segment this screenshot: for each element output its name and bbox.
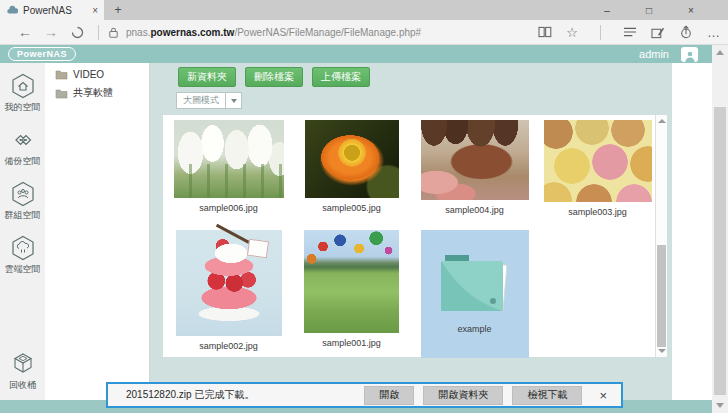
file-item[interactable]: sample005.jpg	[290, 120, 413, 217]
file-name: sample002.jpg	[199, 341, 258, 351]
url-prefix: pnas.	[126, 27, 150, 38]
folder-tile: example	[421, 230, 529, 358]
file-item[interactable]: sample002.jpg	[167, 230, 290, 358]
browser-toolbar: ← → pnas.powernas.com.tw/PowerNAS/FileMa…	[0, 20, 728, 45]
powernas-logo: PowerNAS	[8, 47, 76, 61]
download-bar: 201512820.zip 已完成下載。 開啟 開啟資料夾 檢視下載 ×	[106, 382, 623, 408]
file-manager-content: 新資料夾 刪除檔案 上傳檔案 大圖模式 sample006.jpg sample…	[150, 63, 672, 400]
file-name: sample005.jpg	[322, 203, 381, 213]
scroll-down-icon[interactable]	[658, 349, 666, 353]
reading-view-icon[interactable]	[538, 26, 552, 38]
sidebar-label: 群組空間	[5, 209, 41, 222]
refresh-icon[interactable]	[64, 26, 90, 39]
app-header: PowerNAS admin	[0, 45, 712, 63]
download-filename: 201512820.zip	[126, 389, 192, 400]
forward-icon[interactable]: →	[38, 24, 64, 40]
file-item[interactable]: sample006.jpg	[167, 120, 290, 217]
file-thumbnail	[421, 120, 529, 200]
web-note-icon[interactable]	[651, 26, 665, 39]
sidebar-label: 回收桶	[9, 379, 36, 392]
more-icon[interactable]: …	[707, 25, 720, 40]
file-name: sample004.jpg	[445, 205, 504, 215]
file-thumbnail	[305, 120, 399, 198]
page-scroll-up-icon[interactable]	[716, 50, 724, 55]
page-gap	[672, 63, 712, 400]
file-thumbnail	[174, 120, 284, 198]
share-icon[interactable]	[679, 25, 693, 39]
cloud-favicon-icon	[6, 5, 18, 15]
view-mode-value: 大圖模式	[177, 94, 225, 107]
page-scroll-down-icon[interactable]	[716, 403, 724, 408]
sidebar-item-group-space[interactable]: 群組空間	[5, 181, 41, 222]
minimize-button[interactable]: –	[586, 0, 628, 20]
tab-close-icon[interactable]: ×	[92, 5, 98, 16]
folder-icon	[55, 69, 68, 80]
sidebar-item-cloud-space[interactable]: 雲端空間	[5, 235, 41, 276]
sidebar-item-backup-space[interactable]: 備份空間	[5, 127, 41, 168]
cloud-hexagon-icon	[10, 235, 36, 261]
view-mode-select[interactable]: 大圖模式	[176, 92, 242, 109]
maximize-button[interactable]: □	[628, 0, 670, 20]
lock-icon[interactable]	[107, 26, 120, 39]
download-message: 201512820.zip 已完成下載。	[126, 388, 254, 402]
sidebar-item-recycle-bin[interactable]: 回收桶	[9, 351, 36, 392]
file-item[interactable]: sample001.jpg	[290, 230, 413, 358]
open-folder-button[interactable]: 開啟資料夾	[423, 386, 503, 405]
content-scrollbar[interactable]	[655, 115, 667, 357]
tab-title: PowerNAS	[23, 5, 87, 16]
window-controls: – □ ×	[586, 0, 728, 20]
file-item[interactable]: sample004.jpg	[413, 120, 536, 217]
tab-bar: PowerNAS × + – □ ×	[0, 0, 728, 20]
new-tab-button[interactable]: +	[104, 0, 132, 20]
folder-icon	[55, 88, 68, 99]
delete-file-button[interactable]: 刪除檔案	[245, 67, 303, 87]
view-downloads-button[interactable]: 檢視下載	[512, 386, 582, 405]
favorites-star-icon[interactable]: ☆	[566, 25, 578, 40]
file-grid: sample006.jpg sample005.jpg sample004.jp…	[163, 115, 667, 357]
file-item-folder[interactable]: example	[413, 230, 536, 358]
scroll-up-icon[interactable]	[658, 119, 666, 123]
file-name: sample006.jpg	[199, 203, 258, 213]
download-close-icon[interactable]: ×	[599, 388, 607, 403]
download-status: 已完成下載。	[194, 389, 254, 400]
sidebar-label: 我的空間	[5, 101, 41, 114]
file-item[interactable]: sample003.jpg	[536, 120, 659, 217]
address-bar[interactable]: pnas.powernas.com.tw/PowerNAS/FileManage…	[126, 27, 421, 38]
big-folder-icon	[439, 254, 511, 316]
browser-window: PowerNAS × + – □ × ← → pnas.powernas.com…	[0, 0, 728, 413]
url-domain: powernas.com.tw	[150, 27, 234, 38]
file-thumbnail	[304, 230, 399, 333]
backup-hexagon-icon	[10, 127, 36, 153]
tree-item-shared-software[interactable]: 共享軟體	[55, 86, 149, 100]
group-hexagon-icon	[10, 181, 36, 207]
user-avatar[interactable]	[681, 47, 698, 62]
tree-item-video[interactable]: VIDEO	[55, 69, 149, 80]
new-folder-button[interactable]: 新資料夾	[178, 67, 236, 87]
file-name: sample001.jpg	[322, 338, 381, 348]
close-button[interactable]: ×	[670, 0, 712, 20]
left-sidebar: 我的空間 備份空間 群組空間 雲端空間 回收桶	[0, 63, 45, 400]
sidebar-label: 備份空間	[5, 155, 41, 168]
toolbar-divider	[98, 25, 99, 40]
sidebar-item-my-space[interactable]: 我的空間	[5, 73, 41, 114]
upload-file-button[interactable]: 上傳檔案	[312, 67, 370, 87]
browser-tab[interactable]: PowerNAS ×	[0, 0, 104, 20]
tree-label: VIDEO	[73, 69, 104, 80]
page-scrollbar-thumb[interactable]	[714, 107, 726, 395]
toolbar-divider-2	[600, 25, 601, 40]
sidebar-label: 雲端空間	[5, 263, 41, 276]
page-scrollbar[interactable]	[712, 45, 728, 413]
scrollbar-thumb[interactable]	[657, 245, 666, 347]
chevron-down-icon	[225, 93, 241, 108]
hub-icon[interactable]	[623, 26, 637, 38]
url-path: /PowerNAS/FileManage/FileManage.php#	[234, 27, 421, 38]
back-icon[interactable]: ←	[12, 24, 38, 40]
open-button[interactable]: 開啟	[364, 386, 414, 405]
file-name: sample003.jpg	[568, 207, 627, 217]
tree-label: 共享軟體	[73, 86, 113, 100]
username-label[interactable]: admin	[639, 48, 669, 60]
home-hexagon-icon	[10, 73, 36, 99]
recycle-bin-icon	[10, 351, 36, 377]
file-thumbnail	[176, 230, 282, 336]
folder-tree: VIDEO 共享軟體	[45, 63, 150, 400]
